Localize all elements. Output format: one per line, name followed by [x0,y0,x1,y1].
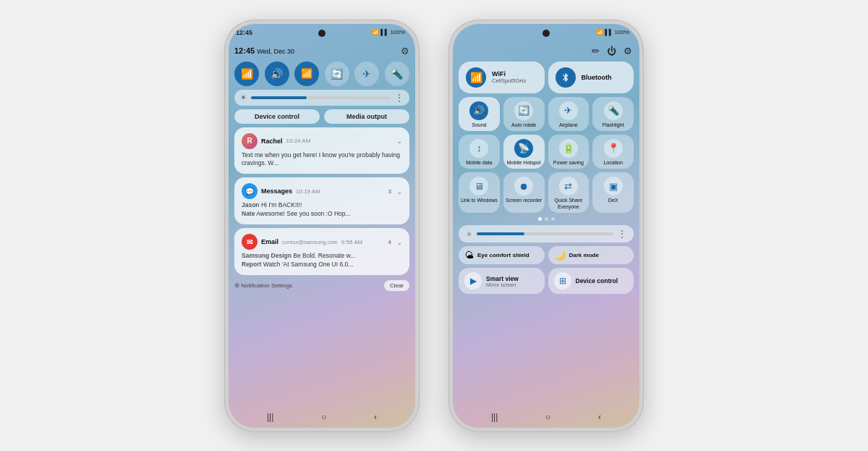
quick-share-label: Quick Share Everyone [550,198,588,210]
autorotate-tile-label: Auto rotate [511,122,536,128]
dex-tile-icon: ▣ [604,177,623,195]
device-control-btn[interactable]: Device control [234,109,320,124]
notif-rachel-avatar: R [242,133,258,149]
link-windows-label: Link to Windows [461,198,498,203]
qs-brightness-bar[interactable] [477,232,613,235]
settings-icon-2[interactable]: ⚙ [624,46,632,56]
nav-recent-2-icon[interactable]: ||| [491,412,498,422]
quick-share-tile[interactable]: ⇄ Quick Share Everyone [548,172,590,213]
nav-back-2-icon[interactable]: ‹ [598,412,601,422]
nav-home-icon[interactable]: ○ [321,412,326,422]
notif-rachel-chevron[interactable]: ⌄ [396,137,402,145]
autorotate-tile[interactable]: 🔄 Auto rotate [503,97,545,131]
notif-settings-label[interactable]: ⚙ Notification Settings [234,282,292,289]
eye-comfort-toggle[interactable]: 🌤 Eye comfort shield [459,246,545,264]
sound-icon: 🔊 [271,68,283,80]
notif-footer: ⚙ Notification Settings Clear [234,279,409,292]
sound-tile-label: Sound [472,122,486,128]
link-windows-tile[interactable]: 🖥 Link to Windows [459,172,500,213]
hotspot-tile[interactable]: 📡 Mobile Hotspot [503,135,545,169]
phone-1-screen: 12:45 📶 ▌▌ 100% 12:45 Wed, Dec 30 ⚙ 📶 [229,24,415,428]
nav-back-icon[interactable]: ‹ [374,412,377,422]
airplane-tile[interactable]: ✈ Airplane [548,97,590,131]
bluetooth-tile[interactable]: Bluetooth [548,62,634,93]
notif-email-chevron[interactable]: ⌄ [396,238,402,246]
notif-email-header: ✉ Email coreux@samsung.com 9:56 AM 4 ⌄ [242,234,402,250]
nav-recent-icon[interactable]: ||| [267,412,273,422]
sound-toggle[interactable]: 🔊 [265,62,289,86]
brightness-fill [251,96,307,99]
battery-status-1: 100% [391,29,405,35]
notif-messages-sender: 💬 Messages 10:19 AM [242,183,320,199]
smart-view-tile[interactable]: ▶ Smart view Mirror screen [459,268,545,294]
link-windows-icon: 🖥 [469,177,488,195]
phone-1: 12:45 📶 ▌▌ 100% 12:45 Wed, Dec 30 ⚙ 📶 [224,20,420,432]
qs-toggles-row: 🌤 Eye comfort shield 🌙 Dark mode [459,246,634,264]
qs-header: ✏ ⏻ ⚙ [459,44,634,58]
nav-home-2-icon[interactable]: ○ [545,412,550,422]
notif-date: 12:45 Wed, Dec 30 [234,46,294,55]
front-camera-1 [318,30,326,37]
bluetooth-tile-info: Bluetooth [582,74,612,81]
airplane-tile-label: Airplane [559,122,578,128]
rotate-toggle[interactable]: 🔄 [325,62,349,86]
screen-recorder-tile[interactable]: ⏺ Screen recorder [503,172,545,213]
notif-messages-text: Jason Hi I'm BACK!!!! Nate Awesome! See … [242,201,402,219]
sound-tile-icon: 🔊 [469,101,488,120]
mobile-data-tile[interactable]: ↕ Mobile data [459,135,500,169]
brightness-bar[interactable] [251,96,391,99]
quick-toggles: 📶 🔊 📶 🔄 ✈ 🔦 [234,62,409,86]
quick-settings-panel: ✏ ⏻ ⚙ 📶 WiFi CellSpot5GHz [453,41,639,428]
device-control-icon: ⊞ [554,272,571,290]
nav-bar-2: ||| ○ ‹ [453,406,639,428]
dark-mode-toggle[interactable]: 🌙 Dark mode [548,246,634,264]
flashlight-tile-label: Flashlight [603,122,624,128]
notification-email[interactable]: ✉ Email coreux@samsung.com 9:56 AM 4 ⌄ S… [234,228,409,275]
flashlight-tile-icon: 🔦 [604,101,623,120]
notif-rachel-header: R Rachel 10:24 AM ⌄ [242,133,402,149]
notif-messages-chevron[interactable]: ⌄ [396,187,402,195]
notif-email-name: Email [261,238,278,245]
flashlight-tile[interactable]: 🔦 Flashlight [592,97,634,131]
brightness-menu-icon[interactable]: ⋮ [395,93,404,103]
notification-rachel[interactable]: R Rachel 10:24 AM ⌄ Text me when you get… [234,127,409,174]
wifi-tile-icon: 📶 [466,67,486,88]
power-icon[interactable]: ⏻ [607,46,616,56]
sound-tile[interactable]: 🔊 Sound [459,97,500,131]
notif-rachel-name: Rachel [261,138,283,145]
qs-top-tiles: 📶 WiFi CellSpot5GHz Bluetooth [459,62,634,93]
media-output-btn[interactable]: Media output [324,109,409,124]
qs-brightness-menu[interactable]: ⋮ [618,229,626,239]
airplane-toggle[interactable]: ✈ [354,62,379,86]
location-tile[interactable]: 📍 Location [592,135,634,169]
status-icons-1: 📶 ▌▌ 100% [372,29,405,35]
power-saving-icon: 🔋 [559,139,578,158]
phone-2-screen: 📶 ▌▌ 100% ✏ ⏻ ⚙ 📶 WiFi CellSpot5GHz [453,24,639,428]
flashlight-toggle[interactable]: 🔦 [385,62,409,86]
power-saving-tile[interactable]: 🔋 Power saving [548,135,590,169]
smart-view-info: Smart view Mirror screen [486,275,519,287]
brightness-control[interactable]: ☀ ⋮ [234,90,409,106]
wifi-tile-info: WiFi CellSpot5GHz [492,70,527,84]
settings-icon[interactable]: ⚙ [401,46,409,56]
signal-status-2-icon: ▌▌ [605,29,613,35]
pencil-icon[interactable]: ✏ [592,46,600,56]
qs-brightness[interactable]: ☀ ⋮ [459,225,634,243]
wifi-status-2-icon: 📶 [596,29,603,35]
quick-share-icon: ⇄ [559,177,578,195]
dex-tile-label: DeX [608,198,618,203]
notification-panel: 12:45 Wed, Dec 30 ⚙ 📶 🔊 📶 🔄 [229,41,415,428]
wifi-toggle[interactable]: 📶 [234,62,259,86]
qs-brightness-icon: ☀ [466,230,472,238]
bluetooth-tile-icon [556,67,576,88]
wifi-tile[interactable]: 📶 WiFi CellSpot5GHz [459,62,545,93]
dex-tile[interactable]: ▣ DeX [592,172,634,213]
airplane-tile-icon: ✈ [559,101,578,120]
rotate-icon: 🔄 [331,68,343,80]
device-control-tile[interactable]: ⊞ Device control [548,268,634,294]
dark-mode-label: Dark mode [569,252,599,258]
notification-messages[interactable]: 💬 Messages 10:19 AM 3 ⌄ Jason Hi I'm BAC… [234,177,409,224]
bluetooth-toggle[interactable]: 📶 [294,62,319,86]
brightness-icon: ☀ [240,93,247,101]
clear-button[interactable]: Clear [384,280,409,291]
